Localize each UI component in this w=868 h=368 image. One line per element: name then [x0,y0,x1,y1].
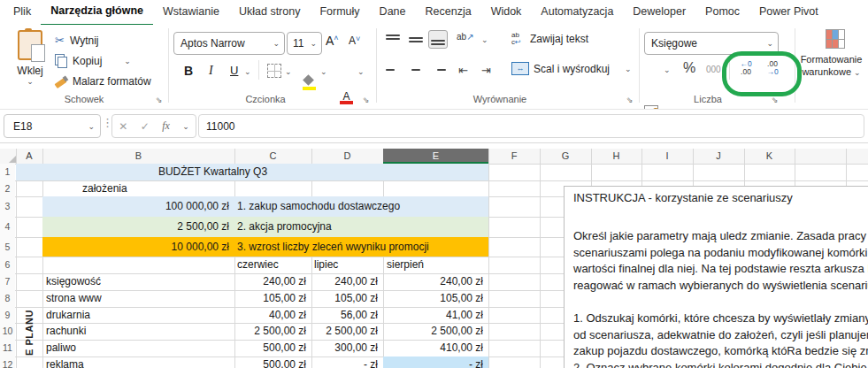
underline-menu-chevron[interactable]: ⌄ [244,67,251,76]
font-color-icon[interactable]: A [340,90,353,104]
row-header-9[interactable]: 9 [0,307,15,323]
cell-value[interactable]: 300,00 zł [313,340,378,356]
row-header-1[interactable]: 1 [0,164,15,180]
column-header-h[interactable]: H [591,149,641,164]
instruction-textbox[interactable]: INSTRUKCJA - korzystanie ze scenariuszy … [564,186,868,368]
font-size-combo[interactable]: 11 ⌄ [287,32,322,55]
cell-scenario1-label[interactable]: 1. zakup samochodu dostawczego [237,196,487,217]
align-middle-icon[interactable] [409,34,423,46]
column-header-k[interactable]: K [744,149,795,164]
row-header-3[interactable]: 3 [0,196,15,217]
alignment-dialog-launcher[interactable]: ⇘ [626,96,634,104]
cell-value[interactable]: 500,00 zł [235,356,306,368]
cell-scenario3-label[interactable]: 3. wzrost liczby zleceń wwyniku promocji [237,237,487,257]
cell-expense-name[interactable]: księgowość [46,273,232,290]
format-painter-button[interactable]: Malarz formatów [55,75,151,88]
cell-value[interactable]: 240,00 zł [235,273,306,290]
insert-function-icon[interactable]: fx [162,119,170,133]
tab-power-pivot[interactable]: Power Pivot [749,0,828,25]
align-bottom-icon[interactable] [428,30,448,49]
cell-scenario3-amount[interactable]: 10 000,00 zł [44,237,229,257]
column-header-a[interactable]: A [16,149,42,164]
cell-value[interactable]: - zł [313,356,378,368]
wrap-text-button[interactable]: abc↩ Zawijaj tekst [511,32,588,46]
row-header-7[interactable]: 7 [0,273,15,290]
column-header-f[interactable]: F [488,149,540,164]
column-header-e-selected[interactable]: E [383,149,488,164]
tab-plik[interactable]: Plik [4,0,41,25]
column-header-b[interactable]: B [42,149,234,164]
font-name-combo[interactable]: Aptos Narrow ⌄ [173,32,285,55]
cell-value[interactable]: 41,00 zł [384,307,483,323]
cell-value[interactable]: 40,00 zł [235,307,306,323]
select-all-corner[interactable] [9,156,16,163]
cell-title[interactable]: BUDŻET Kwartalny Q3 [42,164,383,180]
row-header-4[interactable]: 4 [0,217,15,237]
tab-pomoc[interactable]: Pomoc [695,0,749,25]
enter-icon[interactable]: ✓ [141,120,150,133]
borders-icon[interactable] [267,64,281,78]
name-box[interactable]: E18 ⌄ [4,114,101,138]
cell-value[interactable]: 105,00 zł [313,290,378,307]
cell-value[interactable]: 240,00 zł [313,273,378,290]
column-header-c[interactable]: C [234,149,311,164]
font-dialog-launcher[interactable]: ⇘ [363,96,370,104]
cell-scenario1-amount[interactable]: 100 000,00 zł [44,196,229,217]
increase-indent-icon[interactable]: ⇥ [481,64,491,77]
tab-dane[interactable]: Dane [370,0,416,25]
cell-value[interactable]: 2 500,00 zł [313,323,378,340]
column-header-g[interactable]: G [540,149,591,164]
align-center-icon[interactable] [409,64,423,76]
cell-value[interactable]: 240,00 zł [384,273,483,290]
font-color-chevron[interactable]: ⌄ [357,67,365,76]
chevron-down-icon[interactable]: ⌄ [182,122,189,131]
cell-expense-name[interactable]: reklama [46,356,232,368]
cell-value[interactable]: - zł [384,356,483,368]
copy-button[interactable]: Kopiuj ⌄ [55,54,131,67]
cell-assumptions[interactable]: założenia [82,180,233,196]
row-header-6[interactable]: 6 [0,257,15,273]
fill-color-chevron[interactable]: ⌄ [320,67,327,76]
cell-month-sierpien[interactable]: sierpień [387,257,487,273]
cell-scenario2-label[interactable]: 2. akcja promocyjna [237,217,487,237]
tab-formuly[interactable]: Formuły [310,0,369,25]
cell-value[interactable]: 2 500,00 zł [235,323,306,340]
tab-deweloper[interactable]: Deweloper [623,0,695,25]
cell-expense-name[interactable]: rachunki [46,323,232,340]
cell-month-lipiec[interactable]: lipiec [314,257,381,273]
align-top-icon[interactable] [386,34,400,47]
cell-value[interactable]: 105,00 zł [384,290,483,307]
formula-input[interactable]: 11000 [198,114,864,138]
cell-value[interactable]: 2 500,00 zł [384,323,483,340]
tab-recenzja[interactable]: Recenzja [416,0,481,25]
comma-style-button[interactable]: 000 [706,65,721,74]
cancel-icon[interactable]: ✕ [119,120,127,133]
tab-narzedzia-glowne[interactable]: Narzędzia główne [41,0,153,27]
italic-button[interactable]: I [209,64,213,78]
cell-scenario2-amount[interactable]: 2 500,00 zł [44,217,229,237]
decrease-indent-icon[interactable]: ⇤ [458,64,468,77]
align-left-icon[interactable] [386,64,400,76]
fill-color-icon[interactable] [303,76,317,90]
merge-center-button[interactable]: ↔ Scal i wyśrodkuj ⌄ [511,62,632,75]
percent-style-button[interactable]: % [683,60,695,76]
cell-value[interactable]: 105,00 zł [235,290,306,307]
column-header-d[interactable]: D [311,149,383,164]
column-header-i[interactable]: I [641,149,693,164]
underline-button[interactable]: U [230,64,238,77]
cell-expense-name[interactable]: strona www [46,290,232,307]
orientation-icon[interactable]: ab↗ [457,32,474,42]
cell-expense-name[interactable]: paliwo [46,340,232,356]
shrink-font-button[interactable]: A˅ [349,34,360,47]
vertical-row-group-label[interactable]: E PLANU [16,297,42,368]
tab-wstawianie[interactable]: Wstawianie [153,0,229,25]
paste-button[interactable]: Wklej ⌄ [11,30,50,86]
row-header-12[interactable]: 12 [0,356,15,368]
row-header-8[interactable]: 8 [0,290,15,307]
cell-value[interactable]: 56,00 zł [313,307,378,323]
tab-uklad-strony[interactable]: Układ strony [229,0,310,25]
tab-widok[interactable]: Widok [481,0,532,25]
number-dialog-launcher[interactable]: ⇘ [772,96,779,104]
cut-button[interactable]: ✂ Wytnij [55,34,98,47]
cell-expense-name[interactable]: drukarnia [46,307,232,323]
